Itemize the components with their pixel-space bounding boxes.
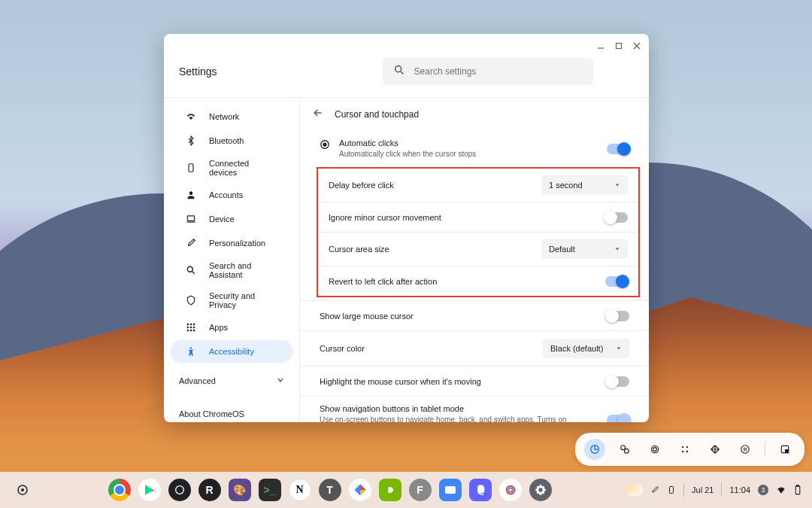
large-cursor-row: Show large mouse cursor <box>300 300 649 330</box>
app-icon-t[interactable]: T <box>319 479 341 501</box>
search-box[interactable] <box>383 58 593 85</box>
sidebar-item-label: Accessibility <box>209 347 254 356</box>
sidebar-about[interactable]: About ChromeOS <box>164 402 299 422</box>
launcher-button[interactable] <box>11 478 35 502</box>
sidebar-item-apps[interactable]: Apps <box>170 316 293 339</box>
maximize-button[interactable] <box>614 41 623 50</box>
bluetooth-icon <box>185 135 197 147</box>
revert-click-toggle[interactable] <box>605 276 628 287</box>
sidebar-item-device[interactable]: Device <box>170 208 293 230</box>
svg-rect-1 <box>617 44 622 49</box>
minimize-button[interactable] <box>596 41 605 50</box>
terminal-icon[interactable]: >_ <box>259 479 281 501</box>
svg-rect-12 <box>187 324 189 325</box>
apps-icon <box>185 321 197 333</box>
chevron-down-icon <box>614 181 620 190</box>
setting-description: Use on-screen buttons to navigate home, … <box>320 415 607 422</box>
sidebar-item-bluetooth[interactable]: Bluetooth <box>170 129 293 152</box>
search-input[interactable] <box>414 66 583 77</box>
pause-icon[interactable] <box>735 439 756 460</box>
app-icon-5[interactable]: 🎨 <box>229 479 251 501</box>
svg-rect-43 <box>670 487 674 494</box>
svg-point-23 <box>323 142 326 146</box>
brush-icon <box>185 237 197 249</box>
sidebar-item-search-assistant[interactable]: Search and Assistant <box>170 256 293 284</box>
cursor-area-select[interactable]: Default <box>541 239 628 259</box>
radio-selected-icon[interactable] <box>320 139 330 153</box>
app-icon-3[interactable] <box>168 479 191 501</box>
setting-label: Cursor area size <box>329 245 389 254</box>
app-icon-f[interactable]: F <box>409 479 432 501</box>
cursor-color-select[interactable]: Black (default) <box>543 339 629 358</box>
sidebar-item-accounts[interactable]: Accounts <box>170 184 293 206</box>
svg-point-10 <box>187 266 192 272</box>
wifi-status-icon <box>776 485 786 495</box>
highlight-cursor-row: Highlight the mouse cursor when it's mov… <box>300 366 649 396</box>
sidebar-advanced[interactable]: Advanced <box>164 369 299 393</box>
app-icon-r[interactable]: R <box>198 479 221 501</box>
notion-icon[interactable]: N <box>289 479 311 501</box>
scroll-icon[interactable] <box>704 439 726 460</box>
svg-line-5 <box>401 71 403 74</box>
svg-line-11 <box>192 272 195 274</box>
shelf-status[interactable]: Jul 21 11:04 3 <box>625 483 801 497</box>
svg-rect-37 <box>786 450 789 453</box>
sidebar-item-connected-devices[interactable]: Connected devices <box>170 154 293 182</box>
double-click-icon[interactable] <box>644 439 665 460</box>
app-icon-12[interactable] <box>439 479 462 501</box>
cursor-area-row: Cursor area size Default <box>318 232 638 266</box>
status-separator <box>683 483 684 497</box>
svg-rect-19 <box>190 330 192 331</box>
notification-badge: 3 <box>758 485 768 495</box>
cursor-color-row: Cursor color Black (default) <box>300 330 649 366</box>
large-cursor-toggle[interactable] <box>607 311 629 321</box>
sidebar-item-personalization[interactable]: Personalization <box>170 232 293 254</box>
setting-label: Show large mouse cursor <box>320 312 414 321</box>
left-click-icon[interactable] <box>584 439 605 460</box>
tablet-nav-toggle[interactable] <box>607 415 629 422</box>
revert-click-row: Revert to left click after action <box>318 266 638 296</box>
files-icon[interactable] <box>349 479 371 501</box>
highlight-cursor-toggle[interactable] <box>607 376 629 387</box>
svg-rect-34 <box>744 448 744 452</box>
svg-rect-20 <box>193 330 195 331</box>
sidebar-item-label: Device <box>209 214 235 224</box>
wifi-icon <box>185 111 197 123</box>
svg-point-27 <box>651 446 658 452</box>
svg-point-29 <box>682 446 683 448</box>
close-button[interactable] <box>632 41 641 50</box>
status-separator <box>721 483 722 497</box>
app-icon-14[interactable] <box>499 479 522 501</box>
automatic-clicks-toggle[interactable] <box>607 144 629 154</box>
delay-select[interactable]: 1 second <box>541 175 628 195</box>
settings-icon[interactable] <box>529 479 552 501</box>
chrome-icon[interactable] <box>108 479 131 501</box>
ignore-movement-toggle[interactable] <box>605 212 628 223</box>
svg-rect-14 <box>193 324 195 325</box>
right-click-icon[interactable] <box>614 439 635 460</box>
drag-icon[interactable] <box>674 439 695 460</box>
laptop-icon <box>185 213 197 225</box>
mastodon-icon[interactable] <box>469 479 492 501</box>
sidebar-item-label: Accounts <box>209 190 243 199</box>
play-store-icon[interactable] <box>138 479 161 501</box>
automatic-clicks-row: Automatic clicks Automatically click whe… <box>300 131 649 167</box>
sidebar-item-label: Apps <box>209 323 228 332</box>
battery-icon <box>794 485 801 495</box>
sidebar-item-label: Bluetooth <box>209 136 244 145</box>
sidebar-item-label: Security and Privacy <box>209 291 278 309</box>
sidebar-item-network[interactable]: Network <box>170 105 293 128</box>
chevron-down-icon <box>614 245 620 254</box>
window-header: Settings <box>164 58 649 97</box>
page-title: Cursor and touchpad <box>335 109 419 120</box>
back-button[interactable] <box>312 107 324 122</box>
settings-window: Settings Network Bluetooth Connected de <box>164 34 649 422</box>
svg-point-21 <box>190 347 192 348</box>
position-icon[interactable] <box>774 439 795 460</box>
nvidia-icon[interactable] <box>379 479 401 501</box>
svg-rect-17 <box>193 327 195 328</box>
sidebar-item-accessibility[interactable]: Accessibility <box>170 340 293 363</box>
setting-label: Ignore minor cursor movement <box>329 213 441 222</box>
sidebar-item-security-privacy[interactable]: Security and Privacy <box>170 286 293 315</box>
panel-separator <box>765 442 765 457</box>
